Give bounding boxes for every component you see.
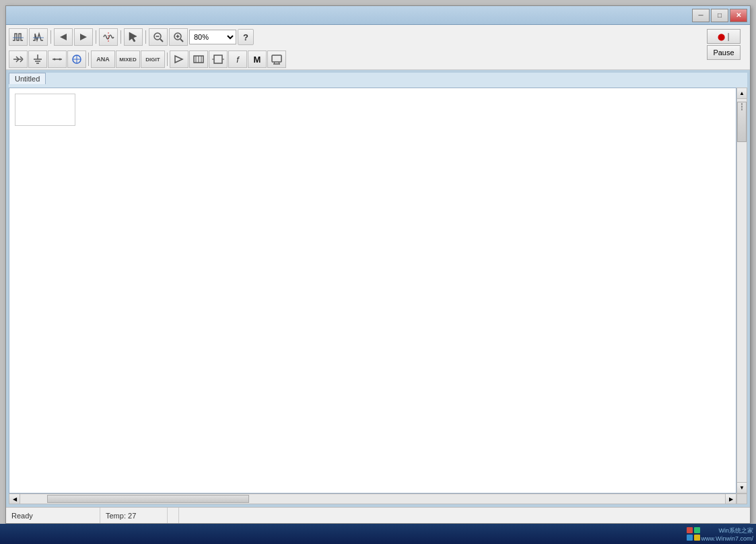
arrow-right-icon <box>77 31 90 43</box>
block-button[interactable] <box>209 50 228 68</box>
signal1-icon <box>12 31 24 43</box>
arrow-left-icon <box>57 31 69 43</box>
scroll-down-button[interactable]: ▼ <box>737 482 747 493</box>
zoom-in-icon <box>172 31 184 43</box>
svg-rect-37 <box>272 55 281 62</box>
marker-label: M <box>254 55 261 65</box>
probe-button[interactable] <box>67 50 86 68</box>
right-controls: ⬤ | Pause <box>707 29 741 60</box>
record-divider: | <box>727 32 729 41</box>
minimize-button[interactable]: ─ <box>692 9 710 22</box>
bus-icon <box>193 53 205 65</box>
svg-point-24 <box>54 59 56 61</box>
digit-button[interactable]: DIGIT <box>141 50 165 68</box>
sep1 <box>50 30 51 44</box>
svg-rect-43 <box>687 535 693 541</box>
wave-cursor-icon <box>102 31 114 43</box>
scroll-corner <box>736 494 747 504</box>
signal2-button[interactable] <box>29 28 48 46</box>
mixed-label: MIXED <box>119 57 136 63</box>
main-area: Untitled ▲ ▼ ◀ <box>6 70 750 507</box>
ana-label: ANA <box>96 56 110 63</box>
toolbar-area: 50% 70% 80% 100% 120% 150% 200% ? <box>6 25 750 70</box>
add-input-icon <box>12 53 24 65</box>
scroll-thumb-line2 <box>741 106 743 108</box>
svg-marker-29 <box>175 56 182 63</box>
ground-button[interactable] <box>28 50 47 68</box>
cursor-button[interactable] <box>124 28 143 46</box>
svg-line-8 <box>160 39 163 42</box>
taskbar: Win系统之家 www.Winwin7.com/ <box>0 524 756 544</box>
block-icon <box>212 53 224 65</box>
scroll-thumb-vertical[interactable] <box>737 102 747 142</box>
toolbar-bottom: ANA MIXED DIGIT <box>6 49 750 69</box>
svg-rect-41 <box>687 527 693 533</box>
status-ready: Ready <box>6 508 100 523</box>
status-bar: Ready Temp: 27 <box>6 507 750 523</box>
wave-cursor-button[interactable] <box>99 28 118 46</box>
canvas-content <box>9 88 736 494</box>
cursor-icon <box>127 31 139 43</box>
pause-button[interactable]: Pause <box>707 45 741 60</box>
scroll-thumb-line3 <box>741 108 743 110</box>
wire-icon <box>51 53 63 65</box>
ana-button[interactable]: ANA <box>91 50 115 68</box>
horizontal-scrollbar: ◀ ▶ <box>9 494 736 504</box>
svg-rect-42 <box>694 527 700 533</box>
zoom-dropdown[interactable]: 50% 70% 80% 100% 120% 150% 200% <box>189 30 236 44</box>
marker-button[interactable]: M <box>248 50 267 68</box>
mixed-button[interactable]: MIXED <box>116 50 140 68</box>
zoom-out-button[interactable] <box>149 28 168 46</box>
taskbar-site-url: www.Winwin7.com/ <box>701 535 753 542</box>
bus-button[interactable] <box>189 50 208 68</box>
svg-marker-3 <box>80 34 87 40</box>
sep5 <box>88 53 89 66</box>
buffer-icon <box>173 53 185 65</box>
record-icon: ⬤ <box>718 33 725 40</box>
taskbar-text: Win系统之家 www.Winwin7.com/ <box>701 526 753 542</box>
digit-label: DIGIT <box>145 57 160 63</box>
status-extra <box>168 508 179 523</box>
sep2 <box>96 30 96 44</box>
scroll-thumb-line1 <box>741 103 743 105</box>
arrow-right-button[interactable] <box>74 28 93 46</box>
func-label: f <box>236 55 239 65</box>
toolbar-top: 50% 70% 80% 100% 120% 150% 200% ? <box>6 25 750 49</box>
scroll-left-button[interactable]: ◀ <box>9 494 20 504</box>
func-button[interactable]: f <box>228 50 247 68</box>
svg-point-25 <box>59 59 61 61</box>
scroll-right-button[interactable]: ▶ <box>725 494 736 504</box>
canvas-tab[interactable]: Untitled <box>9 73 46 84</box>
help-button[interactable]: ? <box>238 29 254 45</box>
vertical-scrollbar: ▲ ▼ <box>736 88 747 494</box>
taskbar-site-name: Win系统之家 <box>701 526 753 535</box>
ground-icon <box>32 53 44 65</box>
signal1-button[interactable] <box>9 28 28 46</box>
record-button[interactable]: ⬤ | <box>707 29 741 44</box>
svg-rect-44 <box>694 535 700 541</box>
sep4 <box>145 30 146 44</box>
scroll-thumb-horizontal[interactable] <box>47 495 249 503</box>
close-button[interactable]: ✕ <box>730 9 747 22</box>
scroll-up-button[interactable]: ▲ <box>737 88 747 99</box>
sep3 <box>121 30 121 44</box>
signal2-icon <box>32 31 44 43</box>
svg-marker-5 <box>129 32 137 42</box>
svg-marker-2 <box>60 34 67 40</box>
svg-line-12 <box>180 39 183 42</box>
zoom-in-button[interactable] <box>169 28 188 46</box>
inner-canvas[interactable] <box>9 88 736 493</box>
status-temp: Temp: 27 <box>100 508 168 523</box>
maximize-button[interactable]: □ <box>711 9 728 22</box>
display-button[interactable] <box>267 50 286 68</box>
zoom-out-icon <box>152 31 164 43</box>
title-bar-controls: ─ □ ✕ <box>692 9 747 22</box>
wire-button[interactable] <box>48 50 67 68</box>
buffer-button[interactable] <box>170 50 188 68</box>
windows-logo-icon <box>686 526 701 541</box>
sep6 <box>167 53 168 66</box>
arrow-left-button[interactable] <box>54 28 73 46</box>
app-window: ─ □ ✕ <box>5 5 751 524</box>
canvas-area: Untitled ▲ ▼ ◀ <box>9 73 747 504</box>
add-input-button[interactable] <box>9 50 28 68</box>
